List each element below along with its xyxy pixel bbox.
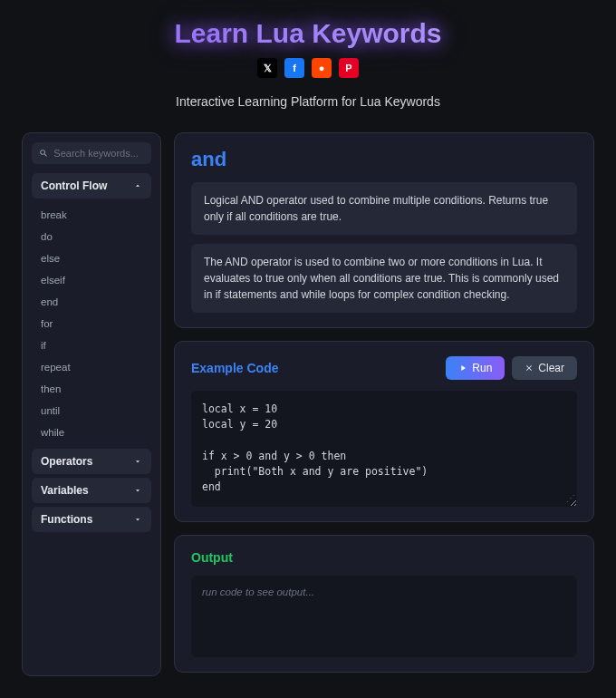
keyword-until[interactable]: until — [32, 400, 151, 422]
keyword-while[interactable]: while — [32, 422, 151, 443]
run-label: Run — [472, 362, 492, 374]
search-input[interactable] — [53, 148, 144, 159]
facebook-icon[interactable]: f — [284, 58, 304, 78]
resize-handle-icon[interactable]: ⋰ — [566, 491, 575, 505]
social-icons: 𝕏 f ● P — [0, 58, 616, 78]
x-icon[interactable]: 𝕏 — [257, 58, 277, 78]
close-icon — [525, 364, 534, 373]
long-description: The AND operator is used to combine two … — [191, 244, 577, 313]
category-label: Variables — [41, 484, 89, 497]
chevron-up-icon — [133, 181, 142, 190]
pinterest-icon[interactable]: P — [339, 58, 359, 78]
category-label: Functions — [41, 513, 92, 526]
category-variables[interactable]: Variables — [32, 478, 151, 503]
keyword-do[interactable]: do — [32, 226, 151, 247]
keyword-then[interactable]: then — [32, 378, 151, 400]
keyword-repeat[interactable]: repeat — [32, 356, 151, 378]
keyword-elseif[interactable]: elseif — [32, 269, 151, 291]
category-functions[interactable]: Functions — [32, 507, 151, 532]
keyword-list: break do else elseif end for if repeat t… — [32, 202, 151, 449]
keyword-if[interactable]: if — [32, 334, 151, 356]
chevron-down-icon — [133, 457, 142, 466]
category-label: Control Flow — [41, 179, 107, 192]
output-title: Output — [191, 550, 577, 565]
chevron-down-icon — [133, 486, 142, 495]
subtitle: Interactive Learning Platform for Lua Ke… — [0, 94, 616, 109]
keyword-name: and — [191, 148, 577, 171]
example-title: Example Code — [191, 361, 278, 375]
keyword-break[interactable]: break — [32, 204, 151, 226]
page-title: Learn Lua Keywords — [0, 18, 616, 49]
chevron-down-icon — [133, 515, 142, 524]
clear-label: Clear — [538, 362, 564, 374]
category-control-flow[interactable]: Control Flow — [32, 173, 151, 199]
play-icon — [458, 364, 467, 373]
output-panel: Output run code to see output... — [174, 535, 594, 673]
example-panel: Example Code Run Clear local x = 10 loca… — [174, 341, 594, 522]
keyword-for[interactable]: for — [32, 313, 151, 334]
sidebar: Control Flow break do else elseif end fo… — [22, 132, 161, 676]
keyword-else[interactable]: else — [32, 247, 151, 269]
keyword-detail-panel: and Logical AND operator used to combine… — [174, 132, 594, 328]
search-box — [32, 142, 151, 164]
code-editor[interactable]: local x = 10 local y = 20 if x > 0 and y… — [191, 391, 577, 507]
keyword-end[interactable]: end — [32, 291, 151, 313]
category-operators[interactable]: Operators — [32, 449, 151, 474]
clear-button[interactable]: Clear — [512, 356, 577, 380]
search-icon — [39, 148, 48, 159]
run-button[interactable]: Run — [446, 356, 505, 380]
reddit-icon[interactable]: ● — [312, 58, 332, 78]
output-area: run code to see output... — [191, 576, 577, 657]
category-label: Operators — [41, 455, 92, 468]
short-description: Logical AND operator used to combine mul… — [191, 182, 577, 235]
